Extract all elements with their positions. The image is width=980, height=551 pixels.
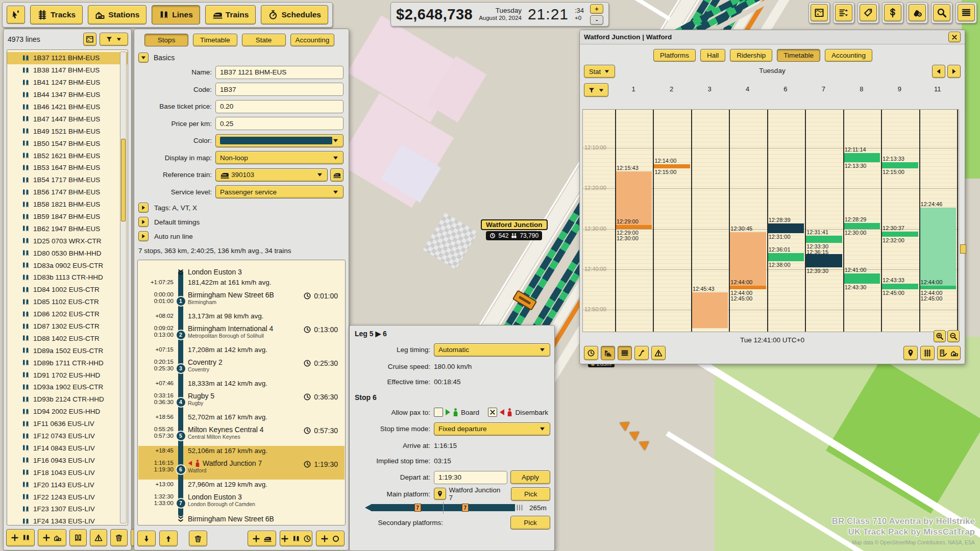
timetable-occupancy-block[interactable] <box>768 253 804 261</box>
leg-row[interactable]: +1:07:25181,422m at 161 km/h avg. <box>138 278 345 291</box>
station-map-label[interactable]: Watford Junction 542 73,790 <box>481 219 548 240</box>
basics-collapse-button[interactable] <box>138 53 149 63</box>
color-dropdown[interactable] <box>215 134 344 147</box>
lines-scrollbar[interactable] <box>120 52 127 523</box>
line-list-item[interactable]: 1B53 1647 BHM-EUS <box>7 162 128 174</box>
speed-down-button[interactable]: - <box>590 15 603 25</box>
window-side-handle[interactable] <box>960 244 966 254</box>
section-expand-button[interactable] <box>138 203 149 213</box>
line-list-item[interactable]: 1F12 0743 EUS-LIV <box>7 430 128 442</box>
line-list-item[interactable]: 1D25 0703 WRX-CTR <box>7 235 128 247</box>
delete-stop-button[interactable] <box>189 531 207 546</box>
pick-platform-button[interactable]: Pick <box>511 487 550 501</box>
add-station-button[interactable] <box>38 529 66 546</box>
merge-lines-button[interactable] <box>69 529 87 546</box>
line-list-item[interactable]: 1D88 1402 EUS-CTR <box>7 332 128 344</box>
pick-secondary-button[interactable]: Pick <box>510 516 550 530</box>
line-list-item[interactable]: 1D86 1202 EUS-CTR <box>7 308 128 320</box>
lines-filter-button[interactable] <box>100 33 128 46</box>
platform-locate-button[interactable] <box>434 488 446 500</box>
scrollbar-thumb[interactable] <box>121 139 126 221</box>
zoomout-button[interactable] <box>947 330 960 342</box>
line-list-item[interactable]: 1B47 1447 BHM-EUS <box>7 113 128 125</box>
tab-lines[interactable]: Lines <box>152 5 200 24</box>
timetable-occupancy-block[interactable] <box>692 292 728 328</box>
editor-tab-accounting[interactable]: Accounting <box>290 34 334 46</box>
board-checkbox[interactable] <box>434 408 443 417</box>
dollar-button[interactable] <box>884 4 901 21</box>
apply-button[interactable]: Apply <box>510 470 550 484</box>
timetable-occupancy-block[interactable] <box>616 171 652 225</box>
line-list-item[interactable]: 1B50 1547 BHM-EUS <box>7 137 128 149</box>
line-list-item[interactable]: 1F22 1243 EUS-LIV <box>7 491 128 503</box>
train-direction-arrow[interactable] <box>629 428 642 441</box>
station-window-titlebar[interactable]: Watford Junction | Watford <box>580 30 965 44</box>
line-list-item[interactable]: 1D83b 1113 CTR-HHD <box>7 271 128 284</box>
tab-trains[interactable]: Trains <box>205 5 256 24</box>
next-day-button[interactable] <box>947 65 961 78</box>
routing-button[interactable] <box>634 346 649 360</box>
add-timed-stop-button[interactable] <box>280 531 312 546</box>
line-list-item[interactable]: 1B56 1747 BHM-EUS <box>7 186 128 198</box>
add-line-button[interactable] <box>6 529 35 546</box>
name-field[interactable]: 1B37 1121 BHM-EUS <box>215 66 344 79</box>
stop-row[interactable]: 1:16:151:19:306Watford Junction 7Watford… <box>138 459 345 480</box>
stop-row[interactable]: 1:32:301:33:007London Euston 3London Bor… <box>138 493 345 513</box>
depart-at-field[interactable]: 1:19:30 <box>434 471 507 484</box>
line-list-item[interactable]: 1B59 1847 BHM-EUS <box>7 211 128 223</box>
line-list-item[interactable]: 1F18 1043 EUS-LIV <box>7 466 128 479</box>
line-list-item[interactable]: 1B37 1121 BHM-EUS <box>7 52 128 64</box>
line-list-item[interactable]: 1D93b 2124 CTR-HHD <box>7 393 128 406</box>
line-list-item[interactable]: 1B49 1521 BHM-EUS <box>7 125 128 137</box>
leg-timing-dropdown[interactable]: Automatic <box>434 343 550 357</box>
timetable-occupancy-block[interactable] <box>882 162 918 168</box>
show-tracks-button[interactable] <box>920 346 935 360</box>
line-list-item[interactable]: 1B54 1717 BHM-EUS <box>7 174 128 186</box>
sort-button[interactable] <box>835 4 852 21</box>
tag-button[interactable] <box>860 4 877 21</box>
editor-tab-timetable[interactable]: Timetable <box>193 34 237 46</box>
move-up-button[interactable] <box>159 531 178 546</box>
timetable-occupancy-block[interactable] <box>844 273 880 284</box>
timetable-occupancy-block[interactable] <box>844 153 880 162</box>
price-per-km-field[interactable]: 0.25 <box>215 117 344 130</box>
inspect-tool-button[interactable] <box>7 6 25 24</box>
section-expand-button[interactable] <box>138 231 149 241</box>
station-name-tooltip[interactable]: Watford Junction <box>481 219 548 230</box>
steam-button[interactable] <box>909 4 926 21</box>
overviewmap-button[interactable] <box>811 4 828 21</box>
train-direction-arrow[interactable] <box>620 418 632 431</box>
zoomin-button[interactable] <box>934 330 946 342</box>
stop-time-mode-dropdown[interactable]: Fixed departure <box>434 422 550 436</box>
timetable-occupancy-block[interactable] <box>806 236 842 243</box>
line-list-item[interactable]: 1D89b 1711 CTR-HHD <box>7 357 128 369</box>
train-direction-arrow[interactable] <box>639 437 652 450</box>
locate-station-button[interactable] <box>903 346 918 360</box>
timetable-occupancy-block[interactable] <box>616 225 652 229</box>
timetable-grid[interactable]: 12:10:0012:20:0012:30:0012:40:0012:50:00… <box>582 109 959 332</box>
reference-train-dropdown[interactable]: 390103 <box>215 168 328 182</box>
timetable-list-button[interactable] <box>618 346 632 360</box>
line-list-item[interactable]: 1F20 1143 EUS-LIV <box>7 479 128 491</box>
search-button[interactable] <box>933 4 950 21</box>
stop-row[interactable]: 0:00:000:01:001Birmingham New Street 6BB… <box>138 291 345 311</box>
timetable-occupancy-block[interactable] <box>806 254 842 267</box>
stop-row[interactable]: 0:20:150:25:303Coventry 2Coventry0:25:30 <box>138 358 345 379</box>
line-list-item[interactable]: 1D91 1702 EUS-HHD <box>7 369 128 381</box>
line-list-item[interactable]: 1F16 0943 EUS-LIV <box>7 454 128 466</box>
warnings-button[interactable] <box>651 346 666 360</box>
speed-up-button[interactable]: + <box>590 4 603 14</box>
line-list-item[interactable]: 1B41 1247 BHM-EUS <box>7 77 128 89</box>
line-list-item[interactable]: 1B38 1147 BHM-EUS <box>7 64 128 77</box>
line-list-item[interactable]: 1B44 1347 BHM-EUS <box>7 89 128 101</box>
stop-row[interactable]: 0:55:260:57:305Milton Keynes Central 4Ce… <box>138 425 345 446</box>
line-list-item[interactable]: 1B46 1421 BHM-EUS <box>7 101 128 113</box>
stop-row[interactable]: 0:33:160:36:304Rugby 5Rugby0:36:30 <box>138 392 345 412</box>
station-tab-accounting[interactable]: Accounting <box>825 49 872 62</box>
close-button[interactable] <box>948 32 961 42</box>
timetable-occupancy-block[interactable] <box>768 223 804 233</box>
add-train-button[interactable] <box>248 531 276 546</box>
leg-row[interactable]: +07:1517,208m at 142 km/h avg. <box>138 345 345 358</box>
timetable-clock-button[interactable] <box>584 346 598 360</box>
line-list-item[interactable]: 1B52 1621 BHM-EUS <box>7 149 128 162</box>
